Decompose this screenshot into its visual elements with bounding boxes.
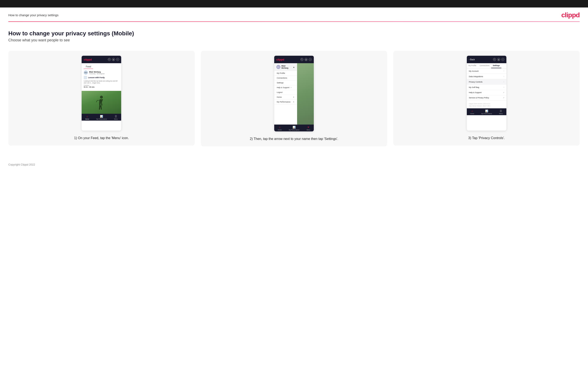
tab-settings[interactable]: Settings xyxy=(491,63,502,68)
phone3-nav-menu[interactable]: ☰ Menu xyxy=(499,109,503,114)
privacy-controls-label: Privacy Controls xyxy=(469,81,483,83)
phone1-user-row: BM Blair McHarg Yesterday · Birmingham xyxy=(84,70,119,75)
phone1-menu-label: Menu xyxy=(114,118,118,120)
step-3-description: 3) Tap 'Privacy Controls'. xyxy=(468,136,505,141)
svg-point-11 xyxy=(498,59,499,59)
phone2-help-support[interactable]: Help & Support ↗ xyxy=(274,85,297,90)
phone1-perf-label: My Performance xyxy=(96,118,107,120)
phone1-date: Yesterday · Birmingham xyxy=(89,73,104,75)
home-icon-2: ⌂ xyxy=(279,126,280,129)
search-icon-3 xyxy=(493,58,496,61)
phone1-nav-menu[interactable]: ☰ Menu xyxy=(114,115,118,120)
phone2-home-label: Home xyxy=(278,129,282,131)
settings-service-privacy[interactable]: Service & Privacy Policy ↗ xyxy=(467,95,506,100)
golf-bag-chevron-icon: › xyxy=(503,86,504,88)
phone2-icons xyxy=(301,58,312,61)
phone1-duration-val: 01 hr : 30 min xyxy=(84,86,119,88)
phone2-bottombar: ⌂ Home 📊 My Performance ✕ Menu xyxy=(274,125,314,131)
home-icon: ⌂ xyxy=(86,115,88,118)
phone3-topbar: ‹ Back xyxy=(467,56,506,63)
svg-point-3 xyxy=(117,59,118,60)
settings-icon xyxy=(116,58,119,61)
privacy-chevron-icon: › xyxy=(503,81,504,83)
phone2-nav-home[interactable]: ⌂ Home xyxy=(278,126,282,131)
settings-my-account[interactable]: My Account › xyxy=(467,68,506,74)
header-title: How to change your privacy settings xyxy=(8,13,59,17)
phone1-lesson-title: Lesson with Fordy xyxy=(88,76,105,79)
svg-point-12 xyxy=(502,59,503,60)
step-2-description: 2) Then, tap the arrow next to your name… xyxy=(250,136,338,142)
performance-icon: 📊 xyxy=(100,115,103,118)
client-version: Clippd Client Version: 2022.8.3-3 xyxy=(469,102,504,105)
person-icon-2 xyxy=(305,58,308,61)
phone-1-mockup: clippd Feed xyxy=(82,56,121,131)
phone3-menu-label: Menu xyxy=(499,113,503,114)
header: How to change your privacy settings clip… xyxy=(0,8,588,21)
menu-icon: ☰ xyxy=(115,115,117,118)
phone2-nav-close[interactable]: ✕ Menu xyxy=(306,126,310,131)
phone2-my-profile[interactable]: My Profile xyxy=(274,71,297,76)
tab-connections[interactable]: Connections xyxy=(478,63,491,68)
phone1-nav-home[interactable]: ⌂ Home xyxy=(85,115,89,120)
top-bar xyxy=(0,0,588,8)
person-icon-3 xyxy=(497,58,500,61)
phone1-user-info: Blair McHarg Yesterday · Birmingham xyxy=(89,71,104,75)
phone1-lesson-row: Lesson with Fordy xyxy=(84,76,119,79)
phone2-user-row[interactable]: BM Blair McHarg ▲ xyxy=(274,63,297,71)
home-chevron-icon: ▼ xyxy=(293,96,294,98)
phone2-perf-label: My Performance xyxy=(289,129,299,131)
phone2-logout[interactable]: Logout xyxy=(274,90,297,95)
phone2-user-left: BM Blair McHarg xyxy=(276,65,293,69)
my-account-chevron-icon: › xyxy=(503,70,504,72)
step-2-card: clippd xyxy=(201,51,387,146)
phone1-bottombar: ⌂ Home 📊 My Performance ☰ Menu xyxy=(82,114,121,121)
phone2-nav-performance[interactable]: 📊 My Performance xyxy=(289,126,299,131)
phone2-connections[interactable]: Connections xyxy=(274,76,297,81)
step-1-card: clippd Feed xyxy=(8,51,195,146)
phone3-nav-home[interactable]: ⌂ Home xyxy=(470,109,474,114)
svg-point-5 xyxy=(301,59,302,60)
chevron-up-icon: ▲ xyxy=(293,66,295,68)
phone1-lesson-desc: Looking to feel like my hands are exitin… xyxy=(84,80,119,84)
svg-point-2 xyxy=(113,59,114,59)
phone3-back-button[interactable]: ‹ Back xyxy=(469,58,475,61)
logo: clippd xyxy=(561,11,580,19)
phone1-home-label: Home xyxy=(85,118,89,120)
phone-3-mockup: ‹ Back xyxy=(467,56,506,131)
phone1-topbar: clippd xyxy=(82,56,121,63)
close-icon: ✕ xyxy=(307,126,309,129)
home-icon-3: ⌂ xyxy=(471,109,473,112)
tab-my-profile[interactable]: My Profile xyxy=(467,63,478,68)
performance-icon-3: 📊 xyxy=(485,109,488,112)
phone3-home-label: Home xyxy=(470,113,474,114)
settings-privacy-controls[interactable]: Privacy Controls › xyxy=(467,79,506,85)
svg-point-7 xyxy=(306,59,306,59)
step-1-description: 1) On your Feed, tap the 'Menu' icon. xyxy=(74,136,129,141)
help-support-label: Help & Support xyxy=(469,92,482,93)
footer: Copyright Clippd 2022 xyxy=(0,159,588,170)
phone3-perf-label: My Performance xyxy=(481,113,492,114)
phone1-nav-performance[interactable]: 📊 My Performance xyxy=(96,115,107,120)
settings-help-support[interactable]: Help & Support ↗ xyxy=(467,90,506,95)
phone1-username: Blair McHarg xyxy=(89,71,104,73)
phone3-nav-performance[interactable]: 📊 My Performance xyxy=(481,109,492,114)
lesson-icon xyxy=(84,76,87,79)
phone1-feed-area: Feed xyxy=(82,63,121,69)
phone2-home[interactable]: Home ▼ xyxy=(274,95,297,100)
settings-data-integrations[interactable]: Data Integrations › xyxy=(467,74,506,79)
phone2-settings[interactable]: Settings xyxy=(274,81,297,85)
phone1-feed-label: Feed xyxy=(84,64,93,69)
external-link-icon: ↗ xyxy=(290,87,292,89)
phone2-my-performance[interactable]: My Performance ▼ xyxy=(274,100,297,104)
svg-point-4 xyxy=(100,96,103,99)
phone3-settings-list: My Account › Data Integrations › Privacy… xyxy=(467,68,506,100)
svg-point-9 xyxy=(494,59,495,60)
settings-my-golf-bag[interactable]: My Golf Bag › xyxy=(467,85,506,90)
phone3-icons xyxy=(493,58,504,61)
phone3-tabs: My Profile Connections Settings xyxy=(467,63,506,68)
copyright: Copyright Clippd 2022 xyxy=(8,163,35,166)
svg-line-10 xyxy=(495,60,495,60)
golfer-silhouette xyxy=(95,95,108,114)
phone2-golf-bg xyxy=(297,63,314,125)
phone2-menu-label: Menu xyxy=(306,129,310,131)
